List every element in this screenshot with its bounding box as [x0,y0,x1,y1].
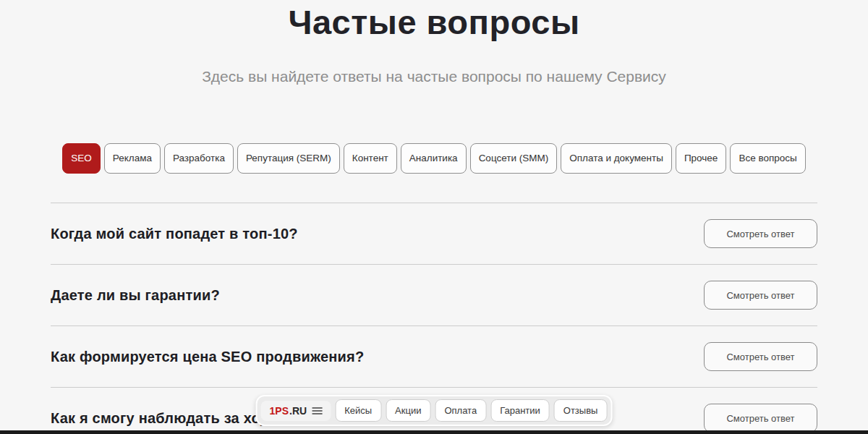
hamburger-icon[interactable] [312,407,322,414]
category-tab-3[interactable]: Репутация (SERM) [237,143,340,174]
faq-row: Как формируется цена SEO продвижения? См… [51,326,817,387]
faq-question-text: Даете ли вы гарантии? [51,287,220,304]
floating-nav-item[interactable]: Акции [386,399,430,422]
floating-nav-item[interactable]: Отзывы [554,399,608,422]
floating-nav: 1PS .RU КейсыАкцииОплатаГарантииОтзывы [256,395,613,426]
floating-nav-items: КейсыАкцииОплатаГарантииОтзывы [335,399,607,422]
faq-row: Когда мой сайт попадет в топ-10? Смотрет… [51,203,817,264]
category-tab-0[interactable]: SEO [62,143,101,174]
logo-tld-text: .RU [289,405,307,417]
category-tab-1[interactable]: Реклама [104,143,161,174]
view-answer-button[interactable]: Смотреть ответ [704,342,817,371]
category-tab-4[interactable]: Контент [344,143,397,174]
floating-nav-item[interactable]: Оплата [435,399,486,422]
view-answer-button[interactable]: Смотреть ответ [704,219,817,248]
page-subtitle: Здесь вы найдете ответы на частые вопрос… [0,67,868,85]
category-tab-9[interactable]: Все вопросы [730,143,805,174]
faq-page: Частые вопросы Здесь вы найдете ответы н… [0,3,868,434]
category-tab-2[interactable]: Разработка [164,143,234,174]
logo-brand-text: 1PS [270,405,289,417]
faq-question-text: Как формируется цена SEO продвижения? [51,349,364,365]
category-tab-6[interactable]: Соцсети (SMM) [470,143,558,174]
category-tabs: SEOРекламаРазработкаРепутация (SERM)Конт… [0,143,868,174]
floating-nav-item[interactable]: Гарантии [490,399,550,422]
category-tab-7[interactable]: Оплата и документы [561,143,672,174]
view-answer-button[interactable]: Смотреть ответ [704,281,817,310]
view-answer-button[interactable]: Смотреть ответ [704,404,817,433]
site-logo[interactable]: 1PS .RU [261,401,331,421]
faq-question-text: Когда мой сайт попадет в топ-10? [51,226,298,242]
page-title: Частые вопросы [0,3,868,42]
category-tab-5[interactable]: Аналитика [401,143,467,174]
floating-nav-item[interactable]: Кейсы [335,399,381,422]
category-tab-8[interactable]: Прочее [676,143,726,174]
footer-edge [0,430,868,434]
faq-row: Даете ли вы гарантии? Смотреть ответ [51,264,817,326]
